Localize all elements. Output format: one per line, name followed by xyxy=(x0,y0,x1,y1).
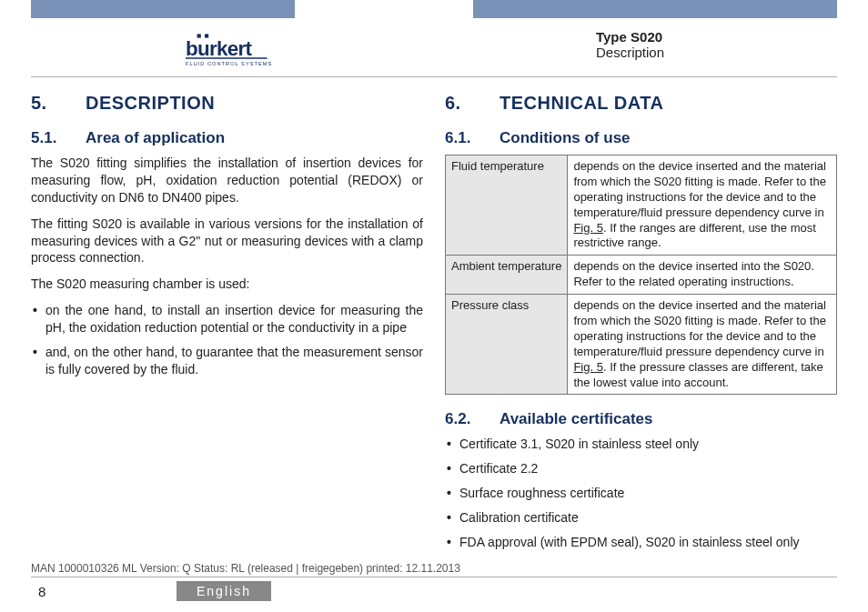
list-item: Certificate 2.2 xyxy=(459,460,837,477)
subsection-title: Conditions of use xyxy=(500,129,631,146)
cond-label-ambient-temp: Ambient temperature xyxy=(446,256,568,295)
section-title: DESCRIPTION xyxy=(86,93,215,113)
burkert-logo-icon: burkert FLUID CONTROL SYSTEMS xyxy=(186,29,313,75)
doc-type: Type S020 xyxy=(596,29,664,45)
section-6-1-heading: 6.1.Conditions of use xyxy=(445,128,837,149)
subsection-num: 5.1. xyxy=(31,128,86,149)
table-row: Ambient temperature depends on the devic… xyxy=(446,256,837,295)
cond-text: depends on the device inserted and the m… xyxy=(573,298,826,358)
top-bar-left xyxy=(31,0,295,18)
language-badge: English xyxy=(177,581,271,601)
doc-meta: Type S020 Description xyxy=(596,29,837,60)
fig-5-link[interactable]: Fig. 5 xyxy=(573,221,603,235)
page-header: burkert FLUID CONTROL SYSTEMS Type S020 … xyxy=(0,29,868,78)
doc-section-name: Description xyxy=(596,45,664,60)
list-item: and, on the other hand, to guarantee tha… xyxy=(45,344,423,378)
cond-text: depends on the device inserted and the m… xyxy=(573,159,826,219)
section-num: 5. xyxy=(31,91,86,115)
svg-text:burkert: burkert xyxy=(186,37,252,60)
cond-label-fluid-temp: Fluid temperature xyxy=(446,155,568,255)
page-footer: MAN 1000010326 ML Version: Q Status: RL … xyxy=(31,562,837,601)
section-6-2-heading: 6.2.Available certificates xyxy=(445,409,837,430)
subsection-title: Available certificates xyxy=(500,410,653,427)
cond-value-ambient-temp: depends on the device inserted into the … xyxy=(568,256,837,295)
brand-logo: burkert FLUID CONTROL SYSTEMS xyxy=(31,29,313,78)
conditions-table: Fluid temperature depends on the device … xyxy=(445,155,837,395)
top-bar-right xyxy=(473,0,837,18)
fig-5-link[interactable]: Fig. 5 xyxy=(573,360,603,374)
svg-rect-2 xyxy=(205,34,208,37)
chamber-uses-list: on the one hand, to install an insertion… xyxy=(31,302,423,378)
list-item: FDA approval (with EPDM seal), S020 in s… xyxy=(459,534,837,551)
table-row: Pressure class depends on the device ins… xyxy=(446,295,837,395)
svg-text:FLUID CONTROL SYSTEMS: FLUID CONTROL SYSTEMS xyxy=(186,61,272,66)
section-5-heading: 5.DESCRIPTION xyxy=(31,91,423,115)
para-5-1-a: The S020 fitting simplifies the installa… xyxy=(31,155,423,206)
footer-meta: MAN 1000010326 ML Version: Q Status: RL … xyxy=(31,562,837,577)
cond-value-fluid-temp: depends on the device inserted and the m… xyxy=(568,155,837,255)
table-row: Fluid temperature depends on the device … xyxy=(446,155,837,255)
subsection-title: Area of application xyxy=(86,129,225,146)
cond-label-pressure-class: Pressure class xyxy=(446,295,568,395)
section-title: TECHNICAL DATA xyxy=(500,93,663,113)
cond-text: . If the pressure classes are different,… xyxy=(573,360,823,389)
cond-value-pressure-class: depends on the device inserted and the m… xyxy=(568,295,837,395)
page-number: 8 xyxy=(31,584,177,599)
svg-rect-1 xyxy=(197,34,201,37)
left-column: 5.DESCRIPTION 5.1.Area of application Th… xyxy=(31,91,423,576)
page-body: 5.DESCRIPTION 5.1.Area of application Th… xyxy=(31,91,837,576)
header-divider xyxy=(31,76,837,77)
list-item: Calibration certificate xyxy=(459,509,837,527)
para-5-1-c: The S020 measuring chamber is used: xyxy=(31,276,423,293)
subsection-num: 6.1. xyxy=(445,128,500,149)
top-decor xyxy=(0,0,868,18)
list-item: Surface roughness certificate xyxy=(459,485,837,502)
subsection-num: 6.2. xyxy=(445,409,500,430)
section-num: 6. xyxy=(445,91,500,115)
section-5-1-heading: 5.1.Area of application xyxy=(31,128,423,149)
certificates-list: Certificate 3.1, S020 in stainless steel… xyxy=(445,436,837,550)
footer-bottom: 8 English xyxy=(31,577,837,601)
right-column: 6.TECHNICAL DATA 6.1.Conditions of use F… xyxy=(445,91,837,576)
cond-text: . If the ranges are different, use the m… xyxy=(573,221,815,250)
para-5-1-b: The fitting S020 is available in various… xyxy=(31,216,423,267)
list-item: on the one hand, to install an insertion… xyxy=(45,302,423,336)
section-6-heading: 6.TECHNICAL DATA xyxy=(445,91,837,115)
list-item: Certificate 3.1, S020 in stainless steel… xyxy=(459,436,837,453)
